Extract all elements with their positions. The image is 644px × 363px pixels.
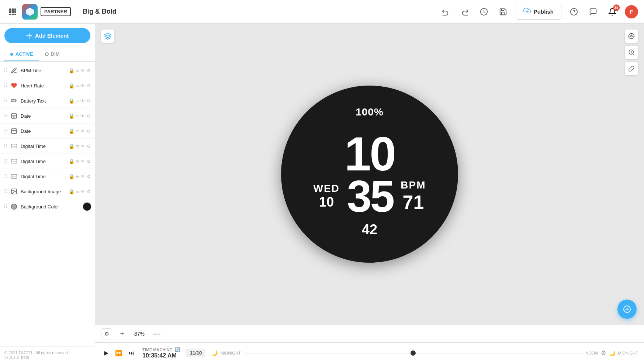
watch-middle-row: WED 10 35 BPM 71 bbox=[281, 174, 458, 218]
heart-rate-eye[interactable]: 👁 bbox=[80, 83, 85, 89]
dt2-order[interactable]: ≡ bbox=[76, 159, 79, 164]
drag-handle-date2[interactable]: ⠿ bbox=[4, 128, 7, 134]
save-button[interactable] bbox=[496, 5, 510, 18]
layer-item-digital-time3[interactable]: ⠿ 9:54 Digital Time 🔒 ≡ 👁 ⚙ bbox=[0, 169, 95, 184]
digital-time1-actions: 🔒 ≡ 👁 ⚙ bbox=[69, 144, 91, 149]
time-settings-icon[interactable]: ⚙ bbox=[601, 349, 606, 356]
bpm-title-label: BPM Title bbox=[21, 68, 66, 73]
heart-rate-settings[interactable]: ⚙ bbox=[87, 83, 91, 89]
float-action-button[interactable] bbox=[617, 300, 637, 319]
bg-image-eye[interactable]: 👁 bbox=[80, 189, 85, 194]
date1-eye[interactable]: 👁 bbox=[80, 113, 85, 119]
bg-image-icon bbox=[10, 187, 18, 196]
dt1-lock[interactable]: 🔒 bbox=[69, 144, 75, 149]
date1-order[interactable]: ≡ bbox=[76, 113, 79, 119]
zoom-out-button[interactable]: — bbox=[151, 328, 162, 339]
dt1-settings[interactable]: ⚙ bbox=[87, 144, 91, 149]
history-button[interactable] bbox=[477, 5, 491, 18]
main-layout: Add Element ACTIVE DIM ⠿ BPM Tit bbox=[0, 24, 644, 363]
drag-handle-date1[interactable]: ⠿ bbox=[4, 113, 7, 119]
dt3-order[interactable]: ≡ bbox=[76, 174, 79, 179]
drag-handle-bg-image[interactable]: ⠿ bbox=[4, 189, 7, 194]
bpm-title-settings[interactable]: ⚙ bbox=[87, 68, 91, 73]
svg-rect-2 bbox=[14, 8, 16, 11]
layer-item-heart-rate[interactable]: ⠿ Heart Rate 🔒 ≡ 👁 ⚙ bbox=[0, 78, 95, 93]
dt3-lock[interactable]: 🔒 bbox=[69, 174, 75, 179]
layer-item-date2[interactable]: ⠿ Date 🔒 ≡ 👁 ⚙ bbox=[0, 124, 95, 139]
layer-item-bg-color[interactable]: ⠿ Background Color bbox=[0, 199, 95, 214]
bg-image-lock[interactable]: 🔒 bbox=[69, 189, 75, 194]
dt1-eye[interactable]: 👁 bbox=[80, 144, 85, 149]
date2-order[interactable]: ≡ bbox=[76, 128, 79, 134]
date2-settings[interactable]: ⚙ bbox=[87, 128, 91, 134]
user-avatar[interactable]: F bbox=[625, 5, 638, 18]
zoom-fit-button[interactable] bbox=[625, 46, 638, 59]
bg-color-swatch[interactable] bbox=[83, 203, 91, 211]
bpm-title-order[interactable]: ≡ bbox=[76, 68, 79, 73]
redo-button[interactable] bbox=[458, 5, 471, 18]
dt2-settings[interactable]: ⚙ bbox=[87, 159, 91, 164]
bpm-title-lock[interactable]: 🔒 bbox=[69, 68, 75, 73]
help-button[interactable] bbox=[567, 5, 581, 18]
battery-text-settings[interactable]: ⚙ bbox=[87, 98, 91, 104]
layers-toggle-button[interactable] bbox=[101, 30, 114, 43]
battery-text-eye[interactable]: 👁 bbox=[80, 98, 85, 104]
drag-handle-digital-time3[interactable]: ⠿ bbox=[4, 173, 7, 179]
digital-time2-label: Digital Time bbox=[21, 159, 66, 164]
bpm-title-actions: 🔒 ≡ 👁 ⚙ bbox=[69, 68, 91, 73]
undo-button[interactable] bbox=[439, 5, 452, 18]
drag-handle-digital-time2[interactable]: ⠿ bbox=[4, 158, 7, 164]
watch-battery-pct: 100% bbox=[356, 106, 384, 118]
time-slider[interactable] bbox=[244, 353, 583, 353]
target-tool-button[interactable] bbox=[625, 30, 638, 43]
battery-text-lock[interactable]: 🔒 bbox=[69, 98, 75, 104]
layer-item-battery-text[interactable]: ⠿ % Battery Text 🔒 ≡ 👁 ⚙ bbox=[0, 93, 95, 108]
heart-rate-order[interactable]: ≡ bbox=[76, 83, 79, 89]
zoom-in-button[interactable]: + bbox=[117, 328, 128, 339]
layer-item-bg-image[interactable]: ⠿ Background Image 🔒 ≡ 👁 ⚙ bbox=[0, 184, 95, 199]
zoom-settings-button[interactable]: ⚙ bbox=[101, 328, 112, 339]
svg-line-42 bbox=[633, 53, 634, 55]
chat-button[interactable] bbox=[586, 5, 600, 18]
svg-rect-1 bbox=[12, 8, 14, 11]
layer-item-bpm-title[interactable]: ⠿ BPM Title 🔒 ≡ 👁 ⚙ bbox=[0, 63, 95, 78]
add-element-button[interactable]: Add Element bbox=[4, 28, 90, 43]
dt1-order[interactable]: ≡ bbox=[76, 144, 79, 149]
tab-dim[interactable]: DIM bbox=[39, 48, 66, 61]
paintbrush-button[interactable] bbox=[625, 62, 638, 75]
bg-image-settings[interactable]: ⚙ bbox=[87, 189, 91, 194]
fast-forward-button[interactable]: ⏩ bbox=[114, 348, 124, 358]
drag-handle-battery-text[interactable]: ⠿ bbox=[4, 98, 7, 104]
sidebar: Add Element ACTIVE DIM ⠿ BPM Tit bbox=[0, 24, 95, 363]
play-button[interactable]: ▶ bbox=[101, 348, 111, 358]
date1-lock[interactable]: 🔒 bbox=[69, 113, 75, 119]
time-machine-date[interactable]: 11/10 bbox=[186, 349, 206, 357]
date2-lock[interactable]: 🔒 bbox=[69, 128, 75, 134]
layer-item-digital-time2[interactable]: ⠿ 9:54 Digital Time 🔒 ≡ 👁 ⚙ bbox=[0, 154, 95, 169]
drag-handle-heart-rate[interactable]: ⠿ bbox=[4, 83, 7, 89]
layer-item-digital-time1[interactable]: ⠿ 9:54 Digital Time 🔒 ≡ 👁 ⚙ bbox=[0, 139, 95, 154]
dt2-lock[interactable]: 🔒 bbox=[69, 159, 75, 164]
faster-forward-button[interactable]: ⏭ bbox=[126, 348, 136, 358]
dt2-eye[interactable]: 👁 bbox=[80, 159, 85, 164]
drag-handle-bpm-title[interactable]: ⠿ bbox=[4, 68, 7, 73]
grid-menu-button[interactable] bbox=[6, 5, 19, 18]
battery-text-order[interactable]: ≡ bbox=[76, 98, 79, 104]
tab-active[interactable]: ACTIVE bbox=[4, 48, 39, 61]
dt3-settings[interactable]: ⚙ bbox=[87, 174, 91, 179]
layer-item-date1[interactable]: ⠿ 10 Date 🔒 ≡ 👁 ⚙ bbox=[0, 108, 95, 124]
date1-settings[interactable]: ⚙ bbox=[87, 113, 91, 119]
date2-eye[interactable]: 👁 bbox=[80, 128, 85, 134]
heart-rate-lock[interactable]: 🔒 bbox=[69, 83, 75, 89]
topbar-actions: Publish 25 F bbox=[439, 4, 638, 20]
publish-button[interactable]: Publish bbox=[516, 4, 561, 20]
bg-image-order[interactable]: ≡ bbox=[76, 189, 79, 194]
date1-actions: 🔒 ≡ 👁 ⚙ bbox=[69, 113, 91, 119]
partner-badge: PARTNER bbox=[41, 7, 71, 16]
bpm-title-eye[interactable]: 👁 bbox=[80, 68, 85, 73]
svg-marker-9 bbox=[26, 8, 34, 16]
drag-handle-digital-time1[interactable]: ⠿ bbox=[4, 143, 7, 149]
notification-bell[interactable]: 25 bbox=[606, 5, 619, 18]
dt3-eye[interactable]: 👁 bbox=[80, 174, 85, 179]
drag-handle-bg-color[interactable]: ⠿ bbox=[4, 204, 7, 210]
